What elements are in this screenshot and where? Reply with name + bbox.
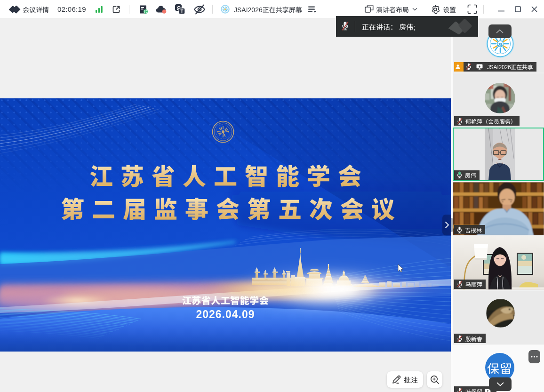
- svg-text:JS: JS: [498, 42, 503, 47]
